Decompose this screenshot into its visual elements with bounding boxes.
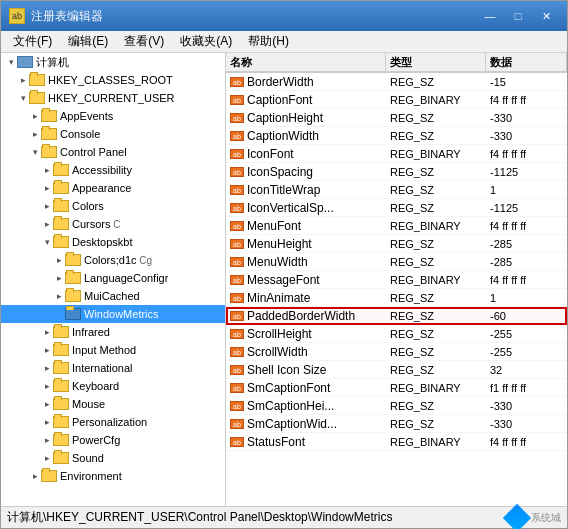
tree-arrow-international[interactable] <box>41 362 53 374</box>
table-row[interactable]: ab SmCaptionFont REG_BINARY f1 ff ff ff <box>226 379 567 397</box>
tree-label-windowmetrics: WindowMetrics <box>84 308 159 320</box>
tree-arrow-windowmetrics[interactable] <box>53 308 65 320</box>
table-row[interactable]: ab MinAnimate REG_SZ 1 <box>226 289 567 307</box>
tree-item-personalization[interactable]: Personalization <box>1 413 225 431</box>
tree-arrow-languageconfig[interactable] <box>53 272 65 284</box>
tree-item-infrared[interactable]: Infrared <box>1 323 225 341</box>
tree-arrow-personalization[interactable] <box>41 416 53 428</box>
tree-item-console[interactable]: Console <box>1 125 225 143</box>
tree-arrow-desktopskbt[interactable] <box>41 236 53 248</box>
table-row[interactable]: ab ScrollHeight REG_SZ -255 <box>226 325 567 343</box>
table-row[interactable]: ab MenuHeight REG_SZ -285 <box>226 235 567 253</box>
minimize-button[interactable]: — <box>477 6 503 26</box>
tree-arrow-sound[interactable] <box>41 452 53 464</box>
table-row[interactable]: ab IconVerticalSp... REG_SZ -1125 <box>226 199 567 217</box>
cell-data: -330 <box>486 399 567 413</box>
folder-icon-muicached <box>65 290 81 302</box>
cell-name-text: IconVerticalSp... <box>247 201 334 215</box>
reg-value-icon: ab <box>230 203 244 213</box>
tree-item-powercfg[interactable]: PowerCfg <box>1 431 225 449</box>
tree-arrow-muicached[interactable] <box>53 290 65 302</box>
tree-panel[interactable]: 计算机 HKEY_CLASSES_ROOT HKEY_CURRENT_USER <box>1 53 226 506</box>
registry-rows[interactable]: ab BorderWidth REG_SZ -15 ab CaptionFont… <box>226 73 567 506</box>
tree-item-appevents[interactable]: AppEvents <box>1 107 225 125</box>
tree-item-languageconfig[interactable]: LanguageConfigr <box>1 269 225 287</box>
tree-item-appearance[interactable]: Appearance <box>1 179 225 197</box>
maximize-button[interactable]: □ <box>505 6 531 26</box>
table-row[interactable]: ab PaddedBorderWidth REG_SZ -60 <box>226 307 567 325</box>
cell-name-text: BorderWidth <box>247 75 314 89</box>
tree-arrow-powercfg[interactable] <box>41 434 53 446</box>
tree-arrow-hkcr[interactable] <box>17 74 29 86</box>
tree-arrow-keyboard[interactable] <box>41 380 53 392</box>
header-data[interactable]: 数据 <box>486 53 567 71</box>
cell-name-text: ScrollHeight <box>247 327 312 341</box>
table-row[interactable]: ab SmCaptionHei... REG_SZ -330 <box>226 397 567 415</box>
table-row[interactable]: ab MenuFont REG_BINARY f4 ff ff ff <box>226 217 567 235</box>
tree-item-computer[interactable]: 计算机 <box>1 53 225 71</box>
folder-icon-controlpanel <box>41 146 57 158</box>
tree-item-colors-d1c[interactable]: Colors;d1c Cg <box>1 251 225 269</box>
tree-label-appearance: Appearance <box>72 182 131 194</box>
table-row[interactable]: ab ScrollWidth REG_SZ -255 <box>226 343 567 361</box>
tree-arrow-appearance[interactable] <box>41 182 53 194</box>
table-row[interactable]: ab IconSpacing REG_SZ -1125 <box>226 163 567 181</box>
menu-edit[interactable]: 编辑(E) <box>60 31 116 52</box>
tree-arrow-appevents[interactable] <box>29 110 41 122</box>
cell-name-text: ScrollWidth <box>247 345 308 359</box>
menu-file[interactable]: 文件(F) <box>5 31 60 52</box>
tree-arrow-infrared[interactable] <box>41 326 53 338</box>
tree-item-mouse[interactable]: Mouse <box>1 395 225 413</box>
tree-arrow-environment[interactable] <box>29 470 41 482</box>
tree-label-colors: Colors <box>72 200 104 212</box>
table-row[interactable]: ab MenuWidth REG_SZ -285 <box>226 253 567 271</box>
cell-type: REG_SZ <box>386 327 486 341</box>
tree-arrow-controlpanel[interactable] <box>29 146 41 158</box>
tree-arrow-console[interactable] <box>29 128 41 140</box>
table-row[interactable]: ab StatusFont REG_BINARY f4 ff ff ff <box>226 433 567 451</box>
table-row[interactable]: ab SmCaptionWid... REG_SZ -330 <box>226 415 567 433</box>
tree-item-keyboard[interactable]: Keyboard <box>1 377 225 395</box>
tree-arrow-computer[interactable] <box>5 56 17 68</box>
cell-name-text: IconSpacing <box>247 165 313 179</box>
tree-item-colors[interactable]: Colors <box>1 197 225 215</box>
tree-item-international[interactable]: International <box>1 359 225 377</box>
folder-icon-cursors <box>53 218 69 230</box>
tree-arrow-mouse[interactable] <box>41 398 53 410</box>
tree-item-hkcu[interactable]: HKEY_CURRENT_USER <box>1 89 225 107</box>
menu-view[interactable]: 查看(V) <box>116 31 172 52</box>
tree-item-sound[interactable]: Sound <box>1 449 225 467</box>
table-row[interactable]: ab IconTitleWrap REG_SZ 1 <box>226 181 567 199</box>
cell-type: REG_SZ <box>386 291 486 305</box>
close-button[interactable]: ✕ <box>533 6 559 26</box>
tree-arrow-inputmethod[interactable] <box>41 344 53 356</box>
reg-value-icon: ab <box>230 221 244 231</box>
table-row[interactable]: ab CaptionWidth REG_SZ -330 <box>226 127 567 145</box>
tree-arrow-hkcu[interactable] <box>17 92 29 104</box>
tree-item-muicached[interactable]: MuiCached <box>1 287 225 305</box>
tree-item-inputmethod[interactable]: Input Method <box>1 341 225 359</box>
tree-item-hkcr[interactable]: HKEY_CLASSES_ROOT <box>1 71 225 89</box>
menu-favorites[interactable]: 收藏夹(A) <box>172 31 240 52</box>
table-row[interactable]: ab Shell Icon Size REG_SZ 32 <box>226 361 567 379</box>
tree-item-environment[interactable]: Environment <box>1 467 225 485</box>
table-row[interactable]: ab IconFont REG_BINARY f4 ff ff ff <box>226 145 567 163</box>
table-row[interactable]: ab MessageFont REG_BINARY f4 ff ff ff <box>226 271 567 289</box>
table-row[interactable]: ab CaptionHeight REG_SZ -330 <box>226 109 567 127</box>
header-name[interactable]: 名称 <box>226 53 386 71</box>
tree-item-accessibility[interactable]: Accessibility <box>1 161 225 179</box>
tree-arrow-colors[interactable] <box>41 200 53 212</box>
tree-label-personalization: Personalization <box>72 416 147 428</box>
tree-arrow-accessibility[interactable] <box>41 164 53 176</box>
menu-help[interactable]: 帮助(H) <box>240 31 297 52</box>
tree-item-windowmetrics[interactable]: WindowMetrics <box>1 305 225 323</box>
tree-item-controlpanel[interactable]: Control Panel <box>1 143 225 161</box>
tree-item-desktopskbt[interactable]: Desktopskbt <box>1 233 225 251</box>
tree-arrow-colors-d1c[interactable] <box>53 254 65 266</box>
cell-name-text: SmCaptionHei... <box>247 399 334 413</box>
header-type[interactable]: 类型 <box>386 53 486 71</box>
table-row[interactable]: ab CaptionFont REG_BINARY f4 ff ff ff <box>226 91 567 109</box>
tree-arrow-cursors[interactable] <box>41 218 53 230</box>
table-row[interactable]: ab BorderWidth REG_SZ -15 <box>226 73 567 91</box>
tree-item-cursors[interactable]: Cursors C <box>1 215 225 233</box>
